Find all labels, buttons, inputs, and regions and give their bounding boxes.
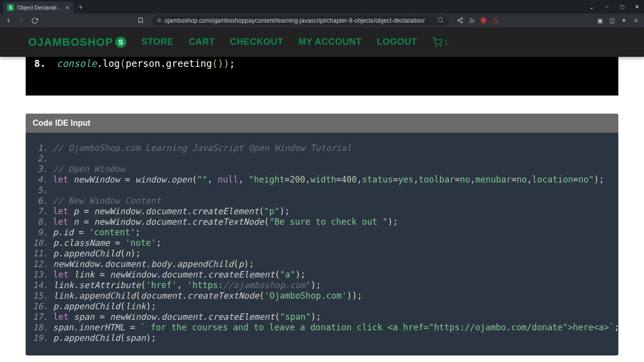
panel-icon[interactable]: ◫ [607,16,617,26]
bookmark-icon[interactable] [135,15,146,26]
code-line: 1.// OjamboShop.com Learning JavaScript … [33,143,611,153]
url-text: ojamboshop.com/ojamboshoppaycontent/lear… [165,17,425,24]
code-line: 16.p.appendChild(link); [33,301,611,312]
reload-button[interactable] [29,15,40,26]
browser-toolbar: ⊕ ojamboshop.com/ojamboshoppaycontent/le… [0,14,644,27]
code-line: 13.let link = newWindow.document.createE… [33,269,611,280]
line-number: 13. [33,269,53,280]
code-line: 2. [33,153,611,164]
sidebar-icon[interactable]: ▣ [595,16,605,26]
site-header: OJAMBOSHOP S STORE CART CHECKOUT MY ACCO… [0,27,644,57]
share-icon[interactable] [455,16,465,26]
logo-text: OJAMBOSHOP [28,36,113,49]
nav-myaccount[interactable]: MY ACCOUNT [298,37,362,47]
browser-titlebar: S Object Declaration - Ojamb… × + ⌄ ─ ▢ … [0,0,644,14]
code-ide-panel: Code IDE Input 1.// OjamboShop.com Learn… [26,114,618,355]
line-number: 7. [33,206,53,217]
code-text: p.appendChild(n); [53,248,141,259]
tab-favicon: S [7,4,14,11]
nav-checkout[interactable]: CHECKOUT [230,37,283,47]
code-line: 9.p.id = 'content'; [33,227,611,238]
site-info-icon[interactable]: ⊕ [157,17,162,24]
code-text: // New Window Content [53,196,161,206]
line-number: 11. [33,248,53,259]
code-line: 19.p.appendChild(span); [33,333,611,343]
zoom-icon[interactable] [437,17,444,25]
line-number: 18. [33,322,53,333]
code-text: p.className = 'note'; [53,238,162,248]
browser-tab[interactable]: S Object Declaration - Ojamb… × [3,2,73,14]
site-logo[interactable]: OJAMBOSHOP S [28,36,126,49]
nav-cart[interactable]: CART [189,37,215,47]
line-number: 6. [33,196,53,206]
code-line: 15.link.appendChild(document.createTextN… [33,291,611,301]
line-number: 3. [33,164,53,174]
svg-point-5 [436,45,437,46]
forward-button[interactable] [16,15,27,26]
close-icon[interactable]: ✕ [630,1,644,13]
code-line: 10.p.className = 'note'; [33,238,611,248]
code-text: let n = newWindow.document.createTextNod… [53,217,398,227]
line-number: 8. [31,57,46,70]
code-line: 12.newWindow.document.body.appendChild(p… [33,259,611,269]
url-bar[interactable]: ⊕ ojamboshop.com/ojamboshoppaycontent/le… [152,15,449,26]
code-text: p.appendChild(span); [53,333,156,343]
code-text: p.id = 'content'; [53,227,140,238]
code-text: newWindow.document.body.appendChild(p); [53,259,254,269]
code-line: 8.let n = newWindow.document.createTextN… [33,217,611,227]
code-text: link.setAttribute('href', 'https://ojamb… [53,280,321,291]
ide-header: Code IDE Input [26,114,618,133]
code-line: 8. console.log(person.greeting()); [31,57,613,70]
new-tab-button[interactable]: + [78,3,83,11]
tab-close-icon[interactable]: × [65,4,69,12]
ide-body: 1.// OjamboShop.com Learning JavaScript … [26,133,618,355]
code-text: span.innerHTML = ` for the courses and t… [53,322,618,333]
nav-logout[interactable]: LOGOUT [377,37,417,47]
logo-badge: S [115,37,126,48]
svg-point-4 [470,22,470,23]
adblock-icon[interactable] [479,17,488,25]
code-text: let span = newWindow.document.createElem… [53,312,321,322]
warning-icon[interactable] [490,16,500,26]
code-line: 18.span.innerHTML = ` for the courses an… [33,322,611,333]
back-button[interactable] [3,15,14,26]
svg-point-0 [438,17,443,22]
page-viewport[interactable]: OJAMBOSHOP S STORE CART CHECKOUT MY ACCO… [0,27,644,362]
tab-title: Object Declaration - Ojamb… [17,5,62,11]
code-text: // OjamboShop.com Learning JavaScript Op… [53,143,352,153]
code-block-console: 8. console.log(person.greeting()); [26,57,618,96]
code-line: 14.link.setAttribute('href', 'https://oj… [33,280,611,291]
code-text: link.appendChild(document.createTextNode… [53,291,362,301]
line-number: 8. [33,217,53,227]
minimize-icon[interactable]: ─ [600,1,614,13]
line-number: 5. [33,185,53,196]
svg-point-1 [461,18,462,19]
line-number: 15. [33,291,53,301]
rss-icon[interactable] [467,16,477,26]
svg-point-3 [461,22,462,23]
line-number: 9. [33,227,53,238]
code-line: 17.let span = newWindow.document.createE… [33,312,611,322]
code-line: 11.p.appendChild(n); [33,248,611,259]
nav-store[interactable]: STORE [141,37,174,47]
line-number: 1. [33,143,53,153]
line-number: 19. [33,333,53,343]
line-number: 17. [33,312,53,322]
code-line: 3.// Open Window [33,164,611,174]
cart-button[interactable]: 1 [432,37,448,47]
line-number: 14. [33,280,53,291]
code-text: p.appendChild(link); [53,301,156,312]
line-number: 12. [33,259,53,269]
chevron-down-icon[interactable]: ⌄ [585,1,599,13]
sparkle-icon[interactable]: ✦ [619,16,629,26]
cart-icon [432,37,442,47]
maximize-icon[interactable]: ▢ [615,1,629,13]
svg-point-6 [440,45,441,46]
line-number: 2. [33,153,53,164]
code-line: 6.// New Window Content [33,196,611,206]
code-text: // Open Window [53,164,125,174]
menu-icon[interactable]: ≡ [631,16,641,26]
line-number: 10. [33,238,53,248]
line-number: 16. [33,301,53,312]
svg-point-2 [457,20,459,21]
